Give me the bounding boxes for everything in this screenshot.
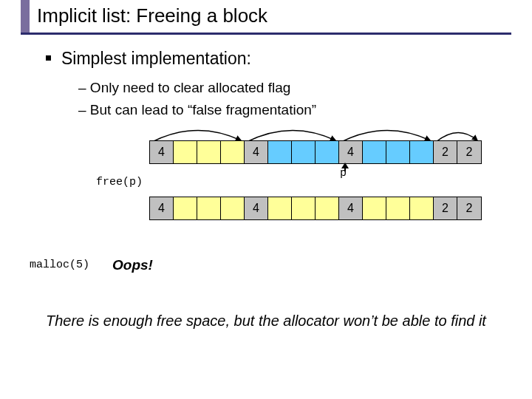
block-word — [197, 197, 221, 219]
block-word — [197, 141, 221, 163]
block-end: 2 — [457, 141, 481, 163]
block-word — [292, 141, 316, 163]
block-word — [292, 197, 316, 219]
block-word — [268, 141, 292, 163]
malloc-call-label: malloc(5) — [30, 259, 89, 271]
block-word — [363, 141, 386, 163]
pointer-label: p — [340, 167, 347, 180]
sub-bullets: Only need to clear allocated flag But ca… — [78, 77, 316, 121]
accent-bar — [21, 0, 30, 33]
block-word — [316, 141, 339, 163]
main-bullet: Simplest implementation: — [46, 49, 251, 69]
block-word — [386, 141, 410, 163]
block-word — [410, 197, 434, 219]
heap-row-before: 4 4 4 2 2 — [149, 140, 482, 164]
bullet-icon — [46, 55, 51, 61]
block-word — [363, 197, 386, 219]
block-word — [221, 197, 245, 219]
block-word — [268, 197, 292, 219]
block-word — [221, 141, 245, 163]
heap-diagram: 4 4 4 2 2 p free(p) 4 4 4 — [96, 140, 480, 220]
block-header: 2 — [434, 141, 457, 163]
main-bullet-text: Simplest implementation: — [61, 49, 251, 68]
block-word — [386, 197, 410, 219]
block-header: 4 — [245, 197, 268, 219]
block-word — [174, 141, 197, 163]
title-underline — [21, 33, 511, 35]
block-end: 2 — [457, 197, 481, 219]
sub-bullet-1: Only need to clear allocated flag — [78, 77, 316, 99]
block-word — [410, 141, 434, 163]
slide-title: Implicit list: Freeing a block — [37, 4, 267, 27]
sub-bullet-2: But can lead to “false fragmentation” — [78, 99, 316, 121]
block-header: 4 — [245, 141, 268, 163]
block-header: 2 — [434, 197, 457, 219]
block-word — [174, 197, 197, 219]
free-call-label: free(p) — [96, 176, 143, 188]
block-word — [316, 197, 339, 219]
block-header: 4 — [339, 141, 363, 163]
oops-label: Oops! — [112, 257, 153, 273]
block-header: 4 — [150, 197, 174, 219]
footer-note: There is enough free space, but the allo… — [46, 310, 489, 331]
heap-row-after: 4 4 4 2 2 — [149, 197, 482, 220]
block-header: 4 — [339, 197, 363, 219]
block-header: 4 — [150, 141, 174, 163]
